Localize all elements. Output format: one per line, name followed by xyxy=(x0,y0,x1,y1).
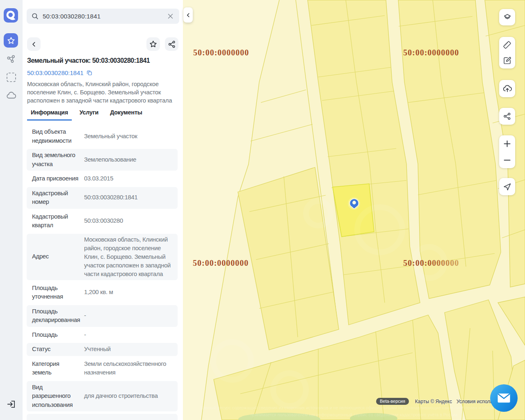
svg-text:50:00:0000000: 50:00:0000000 xyxy=(193,48,249,57)
svg-text:50:00:0000000: 50:00:0000000 xyxy=(193,258,249,267)
svg-text:50:00:0000000: 50:00:0000000 xyxy=(403,48,459,57)
svg-text:50:00:0000000: 50:00:0000000 xyxy=(403,258,459,267)
